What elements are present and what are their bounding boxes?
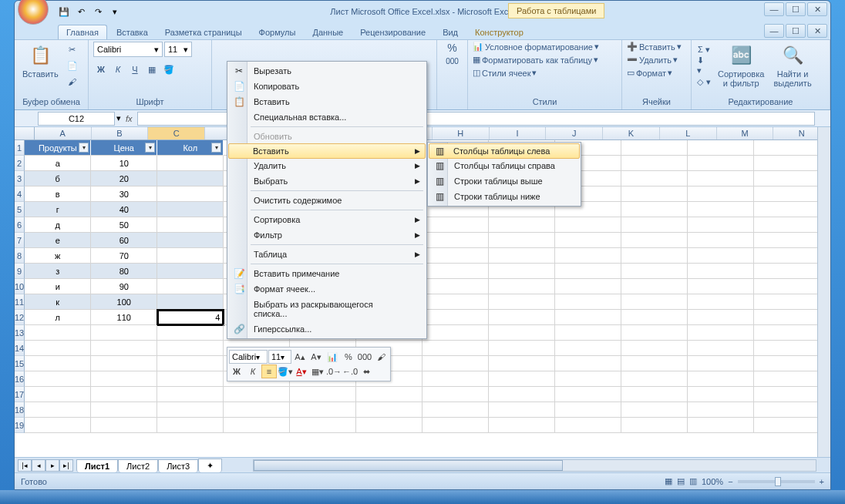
cell[interactable]: Кол▾ <box>157 140 224 156</box>
cell[interactable] <box>555 418 621 433</box>
cell[interactable] <box>157 294 224 310</box>
mdi-restore[interactable]: ☐ <box>786 24 806 38</box>
cell[interactable] <box>621 186 688 202</box>
format-as-table-button[interactable]: ▦ Форматировать как таблицу ▾ <box>473 55 598 65</box>
cell[interactable]: е <box>25 233 91 248</box>
sheet-tab[interactable]: Лист2 <box>118 459 158 472</box>
minimize-button[interactable]: — <box>764 2 784 16</box>
mini-percent-icon[interactable]: % <box>341 350 356 364</box>
cell[interactable] <box>555 294 621 310</box>
cell[interactable] <box>157 233 224 248</box>
cell[interactable]: Цена▾ <box>91 140 157 156</box>
context-menu-item[interactable]: Выбрать из раскрывающегося списка... <box>229 297 425 321</box>
cell[interactable]: ж <box>25 248 91 264</box>
cell[interactable] <box>157 325 224 341</box>
cell-styles-button[interactable]: ◫ Стили ячеек ▾ <box>473 68 537 78</box>
format-painter-icon[interactable]: 🖌 <box>373 350 389 364</box>
cell[interactable] <box>754 264 820 279</box>
cell[interactable] <box>555 402 621 418</box>
cell[interactable] <box>489 387 555 402</box>
cell[interactable] <box>621 171 688 186</box>
row-header[interactable]: 10 <box>15 279 25 294</box>
cell[interactable] <box>356 387 422 402</box>
cell[interactable] <box>555 217 621 233</box>
horizontal-scrollbar[interactable] <box>253 459 816 472</box>
cell[interactable]: б <box>25 171 91 186</box>
cell[interactable] <box>621 279 688 294</box>
cell[interactable] <box>91 418 157 433</box>
cell[interactable] <box>621 140 688 156</box>
cell[interactable] <box>422 264 489 279</box>
cell[interactable] <box>489 248 555 264</box>
cell[interactable]: 70 <box>91 248 157 264</box>
cell[interactable] <box>754 171 820 186</box>
tab-home[interactable]: Главная <box>58 25 107 39</box>
submenu-item[interactable]: ▥Столбцы таблицы справа <box>429 158 579 173</box>
cell[interactable] <box>489 356 555 371</box>
cell[interactable] <box>688 310 754 325</box>
cell[interactable] <box>754 294 820 310</box>
cell[interactable] <box>621 233 688 248</box>
mini-thousands-icon[interactable]: 000 <box>357 350 372 364</box>
cell[interactable] <box>489 418 555 433</box>
cell[interactable] <box>157 371 224 387</box>
cell[interactable] <box>754 371 820 387</box>
cell[interactable] <box>489 341 555 356</box>
cell[interactable]: в <box>25 186 91 202</box>
cell[interactable] <box>621 341 688 356</box>
mini-fill-color-icon[interactable]: 🪣▾ <box>278 365 293 378</box>
cell[interactable]: г <box>25 202 91 217</box>
cell[interactable] <box>754 356 820 371</box>
cell[interactable] <box>290 402 356 418</box>
cell[interactable] <box>754 233 820 248</box>
cell[interactable]: Продукты▾ <box>25 140 91 156</box>
cell[interactable]: 100 <box>91 294 157 310</box>
select-all[interactable] <box>15 127 35 139</box>
mini-styles-icon[interactable]: 📊 <box>325 350 340 364</box>
column-header[interactable]: B <box>92 127 149 139</box>
cell[interactable] <box>422 418 489 433</box>
row-header[interactable]: 5 <box>15 202 25 217</box>
cell[interactable] <box>91 371 157 387</box>
cell[interactable] <box>688 186 754 202</box>
close-button[interactable]: ✕ <box>807 2 827 16</box>
decrease-decimal-icon[interactable]: ←.0 <box>342 365 358 378</box>
undo-icon[interactable]: ↶ <box>73 4 89 19</box>
tab-page-layout[interactable]: Разметка страницы <box>157 25 250 39</box>
cell[interactable] <box>555 356 621 371</box>
cell[interactable] <box>157 418 224 433</box>
cell[interactable] <box>91 387 157 402</box>
sheet-tab[interactable]: Лист3 <box>158 459 198 472</box>
cell[interactable] <box>422 371 489 387</box>
cell[interactable] <box>91 341 157 356</box>
row-header[interactable]: 9 <box>15 264 25 279</box>
clear-icon[interactable]: ◇ ▾ <box>696 74 712 89</box>
column-header[interactable]: I <box>490 127 547 139</box>
mini-merge-icon[interactable]: ⬌ <box>359 365 374 378</box>
row-header[interactable]: 1 <box>15 140 25 156</box>
cell[interactable] <box>621 402 688 418</box>
cell[interactable]: 50 <box>91 217 157 233</box>
cell[interactable]: 30 <box>91 186 157 202</box>
row-header[interactable]: 6 <box>15 217 25 233</box>
cell[interactable] <box>621 418 688 433</box>
cell[interactable] <box>688 248 754 264</box>
underline-button[interactable]: Ч <box>127 62 143 77</box>
mini-bold-button[interactable]: Ж <box>229 365 244 378</box>
sheet-nav-next[interactable]: ▸ <box>45 459 59 472</box>
cell[interactable] <box>688 387 754 402</box>
cell[interactable] <box>422 387 489 402</box>
cell[interactable] <box>356 418 422 433</box>
context-menu-item[interactable]: Обновить <box>229 129 425 144</box>
row-header[interactable]: 11 <box>15 294 25 310</box>
cell[interactable] <box>489 294 555 310</box>
new-sheet-button[interactable]: ✦ <box>198 459 222 472</box>
cell[interactable] <box>555 325 621 341</box>
cell[interactable] <box>621 217 688 233</box>
context-menu-item[interactable]: Вставить▶ <box>228 143 426 159</box>
cell[interactable] <box>489 402 555 418</box>
cell[interactable] <box>25 356 91 371</box>
office-button[interactable] <box>18 0 49 25</box>
cell[interactable]: 4 <box>157 310 224 325</box>
row-header[interactable]: 12 <box>15 310 25 325</box>
